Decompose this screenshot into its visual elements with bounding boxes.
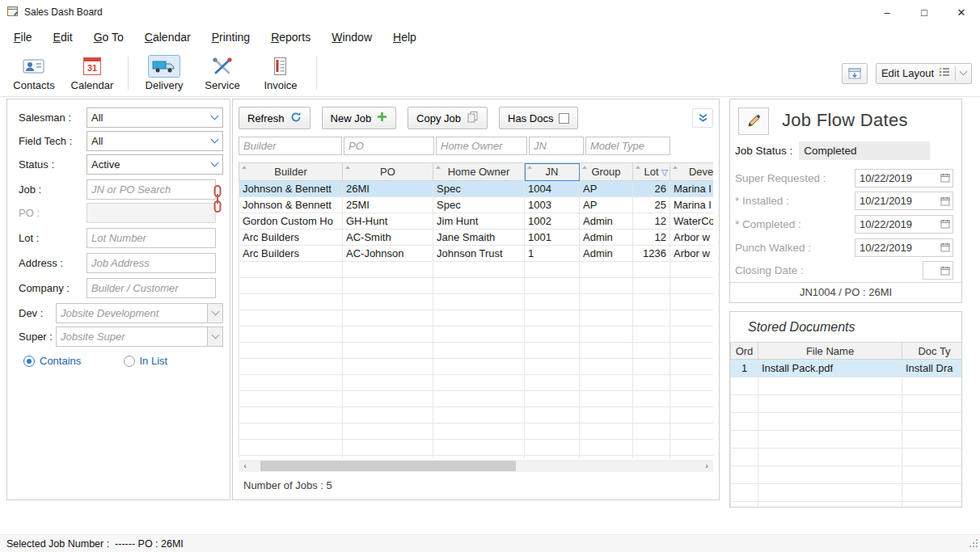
refresh-button[interactable]: Refresh <box>239 107 310 129</box>
table-cell[interactable]: Jim Hunt <box>433 213 525 230</box>
scroll-right-arrow[interactable]: › <box>700 460 713 472</box>
calendar-picker-icon[interactable] <box>937 242 953 252</box>
calendar-button[interactable]: 31 Calendar <box>63 52 121 95</box>
address-input[interactable] <box>87 253 216 273</box>
po-filter-input[interactable] <box>344 137 434 155</box>
calendar-picker-icon[interactable] <box>937 173 953 183</box>
table-cell[interactable]: 1003 <box>525 197 580 213</box>
table-cell[interactable]: AC-Johnson <box>343 246 433 262</box>
delivery-button[interactable]: Delivery <box>135 52 193 95</box>
table-cell[interactable]: Spec <box>433 197 525 213</box>
column-header-group[interactable]: Group <box>580 163 633 181</box>
status-dropdown[interactable]: Active <box>87 154 223 175</box>
scrollbar-thumb[interactable] <box>260 461 516 471</box>
column-header-jn[interactable]: JN <box>525 163 580 181</box>
table-cell[interactable]: AP <box>580 181 633 197</box>
column-header-po[interactable]: PO <box>343 163 433 181</box>
table-cell[interactable]: Johnson & Bennett <box>239 181 343 197</box>
table-cell[interactable]: Install Pack.pdf <box>758 360 902 377</box>
menu-reports[interactable]: Reports <box>260 26 321 48</box>
table-cell[interactable]: AC-Smith <box>343 230 433 246</box>
table-cell[interactable]: Arbor w <box>670 246 714 262</box>
closing-date-field[interactable] <box>923 261 953 280</box>
table-cell[interactable]: Jane Smaith <box>433 230 525 246</box>
chevron-down-icon[interactable] <box>206 132 222 150</box>
scroll-left-arrow[interactable]: ‹ <box>239 460 251 472</box>
home-owner-filter-input[interactable] <box>436 137 527 155</box>
super-dropdown-button[interactable] <box>207 327 223 347</box>
service-button[interactable]: Service <box>193 52 251 95</box>
menu-edit[interactable]: Edit <box>43 26 83 48</box>
close-button[interactable]: ✕ <box>943 0 980 24</box>
table-cell[interactable]: Marina I <box>670 181 714 197</box>
model-type-filter-input[interactable] <box>585 137 670 155</box>
table-cell[interactable]: 1236 <box>633 246 670 262</box>
table-cell[interactable]: Admin <box>580 246 633 262</box>
calendar-picker-icon[interactable] <box>937 266 953 276</box>
punch-walked-date-field[interactable]: 10/22/2019 <box>855 238 953 257</box>
column-header-development[interactable]: Devel <box>670 163 714 181</box>
filter-funnel-icon[interactable] <box>661 167 669 179</box>
table-cell[interactable]: 1002 <box>525 213 580 230</box>
table-cell[interactable]: WaterCo <box>670 213 714 230</box>
table-cell[interactable]: Admin <box>580 213 633 230</box>
link-chain-icon[interactable] <box>212 184 223 216</box>
table-cell[interactable]: 1 <box>525 246 580 262</box>
table-cell[interactable]: 25 <box>633 197 670 213</box>
column-header-file-name[interactable]: File Name <box>758 343 902 360</box>
resize-grip-icon[interactable] <box>969 538 978 550</box>
table-cell[interactable]: 1 <box>731 360 758 377</box>
table-cell[interactable]: Spec <box>433 181 525 197</box>
company-input[interactable] <box>87 278 216 298</box>
maximize-button[interactable]: □ <box>906 0 943 24</box>
table-cell[interactable]: Arc Builders <box>239 246 343 262</box>
checkbox-icon[interactable] <box>559 113 569 124</box>
column-header-home-owner[interactable]: Home Owner <box>433 163 525 181</box>
calendar-picker-icon[interactable] <box>937 196 953 206</box>
minimize-button[interactable]: – <box>868 0 906 24</box>
menu-go-to[interactable]: Go To <box>83 26 134 48</box>
column-header-ord[interactable]: Ord <box>731 343 758 360</box>
table-cell[interactable]: 1004 <box>525 181 580 197</box>
scrollbar-track[interactable] <box>251 460 700 472</box>
super-input[interactable] <box>56 327 207 347</box>
table-cell[interactable]: 25MI <box>343 197 433 213</box>
has-docs-button[interactable]: Has Docs <box>499 107 578 129</box>
new-job-button[interactable]: New Job <box>322 107 397 129</box>
table-cell[interactable]: 12 <box>633 213 670 230</box>
edit-layout-button[interactable]: Edit Layout <box>876 63 972 84</box>
menu-calendar[interactable]: Calendar <box>134 26 201 48</box>
chevron-down-icon[interactable] <box>960 68 968 76</box>
dev-dropdown-button[interactable] <box>207 303 223 323</box>
chevron-down-icon[interactable] <box>206 155 222 174</box>
menu-file[interactable]: File <box>3 26 43 48</box>
installed-date-field[interactable]: 10/21/2019 <box>855 192 953 210</box>
field-tech-dropdown[interactable]: All <box>87 131 223 151</box>
po-search-input[interactable] <box>87 203 216 223</box>
column-header-doc-type[interactable]: Doc Ty <box>902 343 963 360</box>
invoice-button[interactable]: Invoice <box>251 52 310 95</box>
table-row[interactable]: Gordon Custom HoGH-HuntJim Hunt1002Admin… <box>239 213 714 230</box>
table-cell[interactable]: Gordon Custom Ho <box>239 213 343 230</box>
chevron-down-icon[interactable] <box>206 108 222 127</box>
table-cell[interactable]: Marina I <box>670 197 714 213</box>
table-row[interactable]: Johnson & Bennett25MISpec1003AP25Marina … <box>239 197 714 213</box>
table-cell[interactable]: 1001 <box>525 230 580 246</box>
job-search-input[interactable] <box>87 179 216 200</box>
salesman-dropdown[interactable]: All <box>87 107 223 128</box>
column-header-lot[interactable]: Lot <box>633 163 670 181</box>
layout-panel-button[interactable] <box>842 63 868 84</box>
table-row[interactable]: Johnson & Bennett26MISpec1004AP26Marina … <box>239 181 714 197</box>
super-requested-date-field[interactable]: 10/22/2019 <box>855 169 953 188</box>
table-cell[interactable]: AP <box>580 197 633 213</box>
dev-input[interactable] <box>56 303 207 323</box>
table-cell[interactable]: Arc Builders <box>239 230 343 246</box>
in-list-radio[interactable]: In List <box>124 355 224 367</box>
table-cell[interactable]: Install Dra <box>902 360 963 377</box>
calendar-picker-icon[interactable] <box>937 219 953 229</box>
table-cell[interactable]: Johnson Trust <box>433 246 525 262</box>
table-cell[interactable]: 26 <box>633 181 670 197</box>
lot-input[interactable] <box>87 228 216 248</box>
copy-job-button[interactable]: Copy Job <box>408 107 488 129</box>
menu-window[interactable]: Window <box>321 26 382 48</box>
